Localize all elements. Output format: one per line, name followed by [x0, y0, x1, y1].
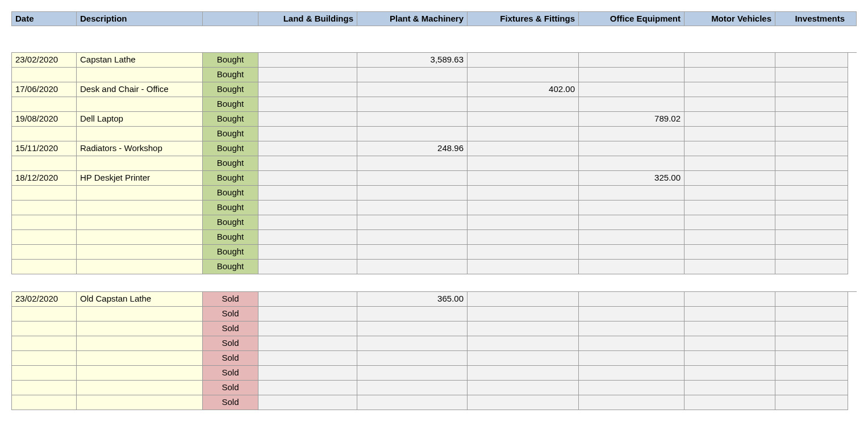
cell-date[interactable] [12, 186, 77, 201]
cell-date[interactable] [12, 230, 77, 245]
cell-motor[interactable] [685, 321, 775, 336]
cell-land[interactable] [258, 395, 357, 410]
cell-date[interactable] [12, 381, 77, 395]
cell-off[interactable] [579, 245, 685, 260]
cell-fix[interactable] [468, 395, 579, 410]
cell-inv[interactable] [775, 53, 848, 68]
cell-land[interactable] [258, 336, 357, 351]
cell-desc[interactable]: Old Capstan Lathe [77, 292, 203, 307]
cell-off[interactable]: 325.00 [579, 171, 685, 186]
cell-motor[interactable] [685, 156, 775, 171]
cell-fix[interactable] [468, 336, 579, 351]
cell-inv[interactable] [775, 307, 848, 321]
cell-desc[interactable] [77, 307, 203, 321]
cell-desc[interactable] [77, 321, 203, 336]
cell-motor[interactable] [685, 260, 775, 274]
cell-fix[interactable] [468, 351, 579, 366]
cell-motor[interactable] [685, 97, 775, 112]
cell-land[interactable] [258, 381, 357, 395]
cell-inv[interactable] [775, 395, 848, 410]
cell-land[interactable] [258, 215, 357, 230]
cell-fix[interactable] [468, 201, 579, 215]
cell-plant[interactable] [357, 351, 468, 366]
cell-motor[interactable] [685, 171, 775, 186]
cell-land[interactable] [258, 156, 357, 171]
cell-land[interactable] [258, 53, 357, 68]
cell-plant[interactable] [357, 201, 468, 215]
cell-desc[interactable] [77, 366, 203, 381]
cell-plant[interactable] [357, 215, 468, 230]
cell-land[interactable] [258, 97, 357, 112]
cell-fix[interactable] [468, 215, 579, 230]
cell-plant[interactable]: 365.00 [357, 292, 468, 307]
cell-off[interactable] [579, 351, 685, 366]
cell-off[interactable] [579, 321, 685, 336]
cell-inv[interactable] [775, 68, 848, 82]
cell-fix[interactable] [468, 366, 579, 381]
cell-motor[interactable] [685, 82, 775, 97]
cell-plant[interactable] [357, 395, 468, 410]
cell-fix[interactable] [468, 245, 579, 260]
cell-land[interactable] [258, 171, 357, 186]
cell-plant[interactable] [357, 127, 468, 141]
cell-motor[interactable] [685, 186, 775, 201]
cell-plant[interactable] [357, 156, 468, 171]
cell-off[interactable] [579, 141, 685, 156]
cell-land[interactable] [258, 260, 357, 274]
cell-plant[interactable] [357, 97, 468, 112]
cell-inv[interactable] [775, 292, 848, 307]
cell-desc[interactable] [77, 381, 203, 395]
cell-plant[interactable] [357, 82, 468, 97]
cell-land[interactable] [258, 68, 357, 82]
cell-inv[interactable] [775, 127, 848, 141]
cell-off[interactable] [579, 201, 685, 215]
cell-off[interactable] [579, 292, 685, 307]
cell-date[interactable]: 17/06/2020 [12, 82, 77, 97]
cell-desc[interactable] [77, 230, 203, 245]
cell-inv[interactable] [775, 336, 848, 351]
cell-desc[interactable] [77, 395, 203, 410]
cell-fix[interactable] [468, 171, 579, 186]
cell-desc[interactable]: Radiators - Workshop [77, 141, 203, 156]
cell-plant[interactable] [357, 68, 468, 82]
cell-date[interactable]: 23/02/2020 [12, 292, 77, 307]
cell-off[interactable] [579, 307, 685, 321]
cell-motor[interactable] [685, 53, 775, 68]
cell-land[interactable] [258, 112, 357, 127]
cell-fix[interactable] [468, 260, 579, 274]
cell-off[interactable] [579, 366, 685, 381]
cell-off[interactable] [579, 97, 685, 112]
cell-motor[interactable] [685, 215, 775, 230]
cell-plant[interactable] [357, 112, 468, 127]
cell-motor[interactable] [685, 245, 775, 260]
cell-land[interactable] [258, 82, 357, 97]
cell-off[interactable]: 789.02 [579, 112, 685, 127]
cell-land[interactable] [258, 351, 357, 366]
cell-off[interactable] [579, 68, 685, 82]
cell-date[interactable] [12, 260, 77, 274]
cell-land[interactable] [258, 366, 357, 381]
cell-plant[interactable]: 3,589.63 [357, 53, 468, 68]
cell-inv[interactable] [775, 186, 848, 201]
cell-date[interactable] [12, 321, 77, 336]
cell-off[interactable] [579, 186, 685, 201]
cell-motor[interactable] [685, 336, 775, 351]
cell-plant[interactable] [357, 307, 468, 321]
cell-off[interactable] [579, 395, 685, 410]
cell-fix[interactable] [468, 292, 579, 307]
cell-inv[interactable] [775, 351, 848, 366]
cell-desc[interactable]: HP Deskjet Printer [77, 171, 203, 186]
cell-desc[interactable] [77, 186, 203, 201]
cell-fix[interactable]: 402.00 [468, 82, 579, 97]
cell-land[interactable] [258, 127, 357, 141]
cell-motor[interactable] [685, 141, 775, 156]
cell-desc[interactable]: Dell Laptop [77, 112, 203, 127]
cell-inv[interactable] [775, 201, 848, 215]
cell-date[interactable]: 19/08/2020 [12, 112, 77, 127]
cell-date[interactable] [12, 336, 77, 351]
cell-off[interactable] [579, 156, 685, 171]
cell-land[interactable] [258, 230, 357, 245]
cell-inv[interactable] [775, 97, 848, 112]
cell-fix[interactable] [468, 156, 579, 171]
cell-plant[interactable] [357, 260, 468, 274]
